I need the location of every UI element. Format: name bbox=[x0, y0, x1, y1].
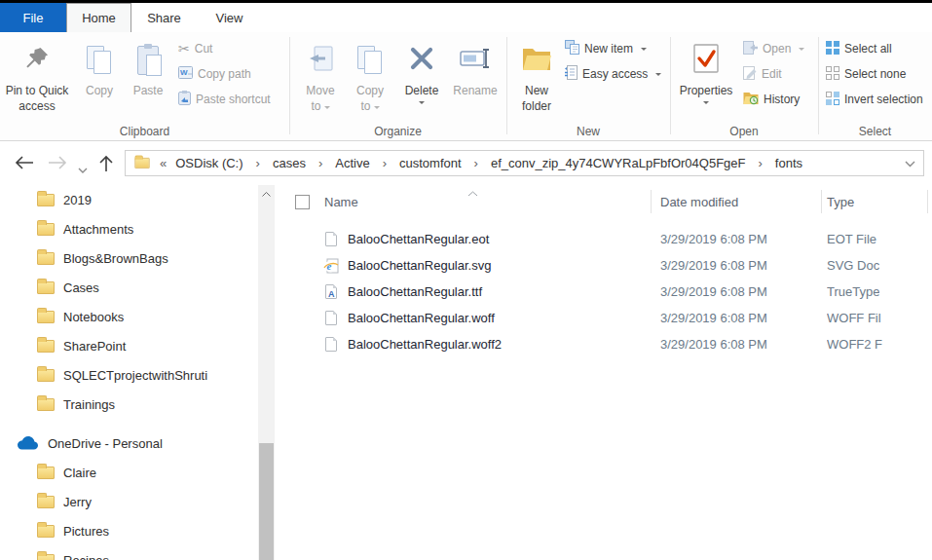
breadcrumb-overflow-chevron[interactable]: « bbox=[158, 156, 168, 170]
move-to-button[interactable]: Move to bbox=[295, 37, 346, 114]
sidebar-item-folder[interactable]: Blogs&BrownBags bbox=[0, 243, 258, 273]
cut-button[interactable]: ✂ Cut bbox=[178, 39, 212, 58]
open-button[interactable]: Open bbox=[743, 39, 804, 58]
dropdown-caret bbox=[324, 106, 330, 112]
file-type: WOFF2 F bbox=[827, 337, 882, 352]
column-divider[interactable] bbox=[927, 190, 928, 213]
breadcrumb-separator[interactable]: › bbox=[753, 156, 768, 170]
history-button[interactable]: History bbox=[743, 90, 800, 109]
tab-home[interactable]: Home bbox=[66, 3, 131, 32]
column-divider[interactable] bbox=[651, 190, 652, 213]
file-row[interactable]: BalooChettanRegular.woff2 3/29/2019 6:08… bbox=[275, 331, 932, 357]
sidebar-item-folder[interactable]: Notebooks bbox=[0, 302, 258, 331]
sort-ascending-icon[interactable] bbox=[467, 185, 478, 200]
breadcrumb-segment[interactable]: Active bbox=[335, 156, 369, 170]
paste-shortcut-button[interactable]: Paste shortcut bbox=[178, 90, 271, 109]
select-all-checkbox[interactable] bbox=[295, 195, 310, 209]
sidebar-item-folder[interactable]: Trainings bbox=[0, 390, 258, 419]
dropdown-caret bbox=[799, 48, 804, 54]
file-name: BalooChettanRegular.woff bbox=[348, 311, 660, 325]
file-name: BalooChettanRegular.eot bbox=[348, 232, 660, 246]
sidebar-item-folder[interactable]: SQLECTprojectwithShruti bbox=[0, 360, 258, 390]
rename-button[interactable]: Rename bbox=[447, 37, 503, 99]
delete-button[interactable]: Delete bbox=[396, 37, 447, 107]
file-row[interactable]: BalooChettanRegular.ttf 3/29/2019 6:08 P… bbox=[275, 279, 932, 305]
copy-path-button[interactable]: W Copy path bbox=[178, 64, 251, 84]
column-divider[interactable] bbox=[821, 190, 822, 213]
column-header-name[interactable]: Name bbox=[324, 195, 660, 209]
copy-label: Copy bbox=[86, 84, 113, 99]
sidebar-item-folder[interactable]: Pictures bbox=[0, 516, 258, 545]
scrollbar-up-arrow[interactable] bbox=[258, 187, 275, 201]
group-label-open: Open bbox=[670, 125, 818, 138]
edit-button[interactable]: Edit bbox=[743, 64, 782, 84]
scrollbar-thumb[interactable] bbox=[259, 443, 274, 560]
breadcrumb-segment[interactable]: ef_conv_zip_4y74CWYRaLpFbfOr04Q5FgeF bbox=[491, 156, 746, 170]
rename-icon bbox=[460, 48, 491, 74]
copy-to-button[interactable]: Copy to bbox=[347, 37, 393, 114]
forward-button[interactable] bbox=[47, 154, 68, 175]
copy-to-label-line1: Copy bbox=[356, 84, 384, 99]
breadcrumb-segment[interactable]: customfont bbox=[399, 156, 462, 170]
folder-icon bbox=[37, 340, 55, 353]
address-box[interactable]: « OSDisk (C:) › cases › Active › customf… bbox=[125, 150, 924, 176]
file-row[interactable]: BalooChettanRegular.eot 3/29/2019 6:08 P… bbox=[275, 226, 932, 252]
ttf-file-icon bbox=[323, 284, 339, 300]
file-name: BalooChettanRegular.ttf bbox=[348, 284, 660, 299]
breadcrumb-separator[interactable]: › bbox=[377, 156, 392, 170]
sidebar-item-label: Trainings bbox=[63, 397, 115, 412]
address-dropdown-chevron[interactable] bbox=[905, 156, 915, 170]
up-button[interactable] bbox=[97, 154, 115, 177]
select-none-button[interactable]: Select none bbox=[826, 64, 906, 84]
breadcrumb-segment[interactable]: cases bbox=[273, 156, 306, 170]
tab-view[interactable]: View bbox=[197, 3, 262, 32]
copy-button[interactable]: Copy bbox=[77, 37, 122, 99]
new-folder-button[interactable]: New folder bbox=[510, 37, 563, 114]
breadcrumb-separator[interactable]: › bbox=[468, 156, 484, 170]
tab-file[interactable]: File bbox=[0, 3, 66, 32]
history-icon bbox=[743, 91, 759, 108]
paste-shortcut-icon bbox=[178, 91, 191, 108]
properties-button[interactable]: Properties bbox=[675, 37, 737, 107]
woff-file-icon bbox=[323, 311, 339, 326]
file-row[interactable]: BalooChettanRegular.woff 3/29/2019 6:08 … bbox=[275, 305, 932, 331]
group-separator bbox=[818, 37, 819, 134]
recent-locations-button[interactable] bbox=[78, 160, 88, 177]
sidebar-item-folder[interactable]: SharePoint bbox=[0, 331, 258, 360]
tab-share[interactable]: Share bbox=[131, 3, 197, 32]
dropdown-caret bbox=[655, 73, 661, 79]
back-button[interactable] bbox=[14, 154, 35, 175]
sidebar-item-folder[interactable]: Jerry bbox=[0, 487, 258, 516]
sidebar-item-folder[interactable]: Claire bbox=[0, 458, 258, 487]
sidebar-item-folder[interactable]: 2019 bbox=[0, 185, 258, 214]
select-all-icon bbox=[826, 41, 839, 57]
sidebar-scrollbar[interactable] bbox=[258, 185, 275, 560]
sidebar-item-folder[interactable]: Recipes bbox=[0, 545, 258, 560]
sidebar-item-label: SQLECTprojectwithShruti bbox=[63, 368, 207, 383]
select-all-button[interactable]: Select all bbox=[826, 39, 892, 58]
breadcrumb-separator[interactable]: › bbox=[313, 156, 328, 170]
sidebar-item-onedrive[interactable]: OneDrive - Personal bbox=[0, 429, 258, 458]
woff2-file-icon bbox=[323, 337, 339, 353]
column-header-type[interactable]: Type bbox=[827, 195, 932, 209]
sidebar-item-folder[interactable]: Attachments bbox=[0, 214, 258, 243]
new-item-button[interactable]: New item bbox=[565, 39, 647, 58]
pin-to-quick-access-button[interactable]: Pin to Quick access bbox=[2, 37, 72, 114]
breadcrumb-separator[interactable]: › bbox=[250, 156, 266, 170]
new-folder-label-line2: folder bbox=[522, 99, 551, 115]
file-date-modified: 3/29/2019 6:08 PM bbox=[660, 258, 827, 273]
file-row[interactable]: e BalooChettanRegular.svg 3/29/2019 6:08… bbox=[275, 252, 932, 279]
easy-access-button[interactable]: Easy access bbox=[565, 64, 661, 84]
open-label: Open bbox=[763, 42, 791, 56]
breadcrumb-segment[interactable]: OSDisk (C:) bbox=[175, 156, 242, 170]
file-list: Name Date modified Type BalooChettanRegu… bbox=[275, 185, 932, 560]
breadcrumb-segment[interactable]: fonts bbox=[775, 156, 802, 170]
sidebar-item-label: SharePoint bbox=[63, 339, 126, 354]
invert-selection-button[interactable]: Invert selection bbox=[826, 90, 923, 109]
paste-button[interactable]: Paste bbox=[125, 37, 171, 99]
folder-icon bbox=[37, 311, 55, 323]
sidebar-item-folder[interactable]: Cases bbox=[0, 273, 258, 302]
group-label-new: New bbox=[506, 125, 670, 138]
folder-icon bbox=[37, 554, 55, 560]
column-header-date-modified[interactable]: Date modified bbox=[660, 195, 827, 209]
